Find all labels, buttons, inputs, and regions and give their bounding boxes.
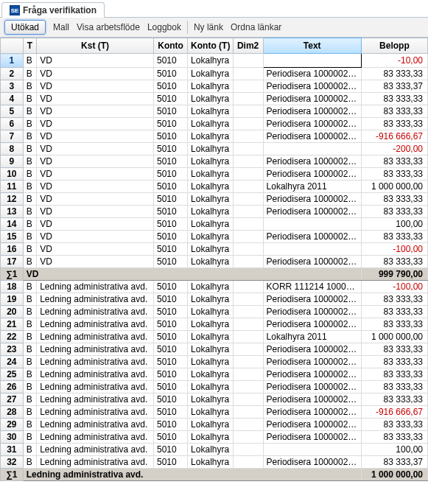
- cell-konto-t[interactable]: Lokalhyra: [188, 368, 233, 381]
- table-row[interactable]: 12BVD5010LokalhyraPeriodisera 10000027 0…: [1, 193, 428, 206]
- cell-belopp[interactable]: 83 333,33: [361, 206, 427, 218]
- cell-belopp[interactable]: 83 333,33: [361, 356, 427, 368]
- cell-konto[interactable]: 5010: [154, 193, 188, 206]
- cell-text[interactable]: Periodisera 10000027 0: [263, 206, 361, 218]
- row-index[interactable]: 26: [1, 381, 24, 393]
- cell-belopp[interactable]: 1 000 000,00: [361, 181, 427, 193]
- cell-text[interactable]: Periodisera 10000027 0: [263, 80, 361, 93]
- table-row[interactable]: 23BLedning administrativa avd.5010Lokalh…: [1, 343, 428, 356]
- cell-dim2[interactable]: [233, 368, 263, 381]
- cell-t[interactable]: B: [23, 218, 36, 231]
- cell-kst[interactable]: VD: [37, 256, 154, 268]
- cell-belopp[interactable]: 83 333,33: [361, 168, 427, 181]
- cell-dim2[interactable]: [233, 143, 263, 155]
- cell-kst[interactable]: Ledning administrativa avd.: [37, 431, 154, 444]
- cell-dim2[interactable]: [233, 105, 263, 118]
- cell-kst[interactable]: Ledning administrativa avd.: [37, 406, 154, 419]
- cell-konto[interactable]: 5010: [154, 419, 188, 431]
- cell-dim2[interactable]: [233, 318, 263, 331]
- cell-dim2[interactable]: [233, 193, 263, 206]
- cell-belopp[interactable]: 83 333,33: [361, 193, 427, 206]
- cell-konto[interactable]: 5010: [154, 368, 188, 381]
- cell-kst[interactable]: Ledning administrativa avd.: [37, 419, 154, 431]
- cell-kst[interactable]: Ledning administrativa avd.: [37, 306, 154, 318]
- cell-konto-t[interactable]: Lokalhyra: [188, 356, 233, 368]
- cell-t[interactable]: B: [23, 293, 36, 306]
- cell-konto-t[interactable]: Lokalhyra: [188, 456, 233, 469]
- cell-kst[interactable]: Ledning administrativa avd.: [37, 293, 154, 306]
- row-index[interactable]: 23: [1, 343, 24, 356]
- col-header-konto[interactable]: Konto: [154, 38, 188, 54]
- cell-dim2[interactable]: [233, 68, 263, 80]
- cell-text[interactable]: Periodisera 10000027 1: [263, 368, 361, 381]
- cell-text[interactable]: Periodisera 10000027 1: [263, 431, 361, 444]
- cell-kst[interactable]: Ledning administrativa avd.: [37, 281, 154, 293]
- cell-konto-t[interactable]: Lokalhyra: [188, 143, 233, 155]
- subtotal-row[interactable]: ∑1Ledning administrativa avd.1 000 000,0…: [1, 469, 428, 481]
- cell-dim2[interactable]: [233, 218, 263, 231]
- cell-belopp[interactable]: 83 333,33: [361, 419, 427, 431]
- col-header-index[interactable]: [1, 38, 24, 54]
- table-row[interactable]: 10BVD5010LokalhyraPeriodisera 10000027 0…: [1, 168, 428, 181]
- cell-t[interactable]: B: [23, 168, 36, 181]
- row-index[interactable]: 19: [1, 293, 24, 306]
- cell-konto-t[interactable]: Lokalhyra: [188, 331, 233, 343]
- table-row[interactable]: 2BVD5010LokalhyraPeriodisera 10000027 08…: [1, 68, 428, 80]
- cell-belopp[interactable]: 83 333,37: [361, 80, 427, 93]
- col-header-t[interactable]: T: [23, 38, 36, 54]
- cell-text[interactable]: Periodisera 10000027 1: [263, 293, 361, 306]
- cell-dim2[interactable]: [233, 343, 263, 356]
- cell-konto-t[interactable]: Lokalhyra: [188, 68, 233, 80]
- row-index[interactable]: 21: [1, 318, 24, 331]
- loggbok-button[interactable]: Loggbok: [147, 22, 181, 32]
- cell-konto[interactable]: 5010: [154, 381, 188, 393]
- cell-konto-t[interactable]: Lokalhyra: [188, 306, 233, 318]
- cell-dim2[interactable]: [233, 80, 263, 93]
- table-row[interactable]: 7BVD5010LokalhyraPeriodisera 10000027 0-…: [1, 130, 428, 143]
- cell-konto[interactable]: 5010: [154, 243, 188, 256]
- cell-t[interactable]: B: [23, 68, 36, 80]
- cell-t[interactable]: B: [23, 155, 36, 168]
- cell-belopp[interactable]: 83 333,33: [361, 381, 427, 393]
- cell-belopp[interactable]: -916 666,67: [361, 130, 427, 143]
- cell-kst[interactable]: VD: [37, 155, 154, 168]
- cell-kst[interactable]: VD: [37, 218, 154, 231]
- row-index[interactable]: 8: [1, 143, 24, 155]
- cell-konto[interactable]: 5010: [154, 181, 188, 193]
- cell-konto-t[interactable]: Lokalhyra: [188, 318, 233, 331]
- cell-kst[interactable]: VD: [37, 143, 154, 155]
- cell-dim2[interactable]: [233, 393, 263, 406]
- table-row[interactable]: 3BVD5010LokalhyraPeriodisera 10000027 08…: [1, 80, 428, 93]
- cell-text[interactable]: Periodisera 10000027 0: [263, 168, 361, 181]
- table-row[interactable]: 22BLedning administrativa avd.5010Lokalh…: [1, 331, 428, 343]
- cell-konto[interactable]: 5010: [154, 206, 188, 218]
- cell-dim2[interactable]: [233, 406, 263, 419]
- cell-konto-t[interactable]: Lokalhyra: [188, 155, 233, 168]
- cell-dim2[interactable]: [233, 381, 263, 393]
- cell-konto[interactable]: 5010: [154, 343, 188, 356]
- col-header-belopp[interactable]: Belopp: [361, 38, 427, 54]
- row-index[interactable]: 22: [1, 331, 24, 343]
- cell-belopp[interactable]: 83 333,33: [361, 431, 427, 444]
- table-row[interactable]: 14BVD5010Lokalhyra100,00: [1, 218, 428, 231]
- cell-belopp[interactable]: 83 333,33: [361, 68, 427, 80]
- row-index[interactable]: 1: [1, 54, 24, 68]
- cell-t[interactable]: B: [23, 206, 36, 218]
- cell-dim2[interactable]: [233, 456, 263, 469]
- data-grid[interactable]: T Kst (T) Konto Konto (T) Dim2 Text Belo…: [0, 38, 428, 481]
- cell-belopp[interactable]: -100,00: [361, 243, 427, 256]
- cell-t[interactable]: B: [23, 318, 36, 331]
- cell-dim2[interactable]: [233, 331, 263, 343]
- row-index[interactable]: 2: [1, 68, 24, 80]
- table-row[interactable]: 11BVD5010LokalhyraLokalhyra 20111 000 00…: [1, 181, 428, 193]
- cell-dim2[interactable]: [233, 93, 263, 105]
- cell-konto[interactable]: 5010: [154, 68, 188, 80]
- cell-konto[interactable]: 5010: [154, 318, 188, 331]
- cell-t[interactable]: B: [23, 381, 36, 393]
- cell-belopp[interactable]: 83 333,33: [361, 256, 427, 268]
- cell-konto-t[interactable]: Lokalhyra: [188, 231, 233, 243]
- cell-konto[interactable]: 5010: [154, 105, 188, 118]
- cell-t[interactable]: B: [23, 368, 36, 381]
- cell-belopp[interactable]: 83 333,33: [361, 105, 427, 118]
- cell-t[interactable]: B: [23, 331, 36, 343]
